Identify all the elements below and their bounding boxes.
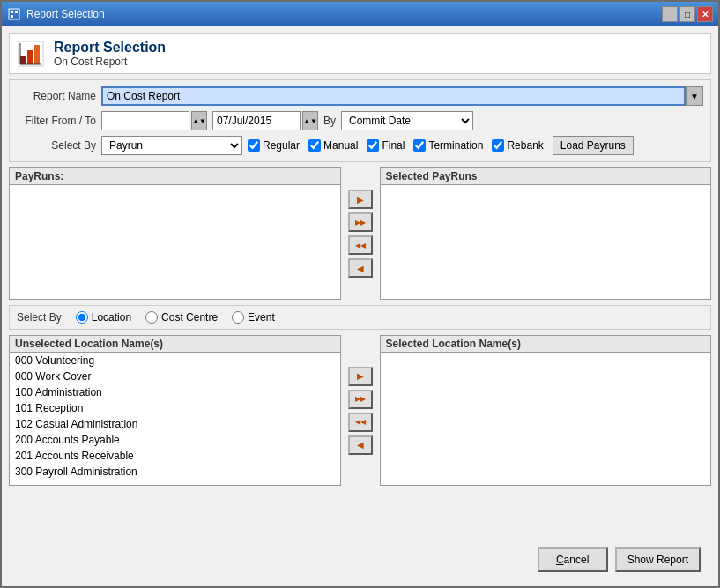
- list-item[interactable]: 000 Volunteering: [10, 353, 340, 368]
- termination-checkbox[interactable]: [413, 139, 426, 152]
- by-label: By: [323, 115, 336, 127]
- rebank-checkbox-item[interactable]: Rebank: [492, 139, 543, 152]
- location-list-panel: Unselected Location Name(s) 000 Voluntee…: [9, 335, 341, 486]
- date-to-input[interactable]: [212, 111, 301, 130]
- cancel-button[interactable]: Cancel: [538, 547, 608, 572]
- select-by-label: Select By: [17, 139, 96, 152]
- report-name-display: On Cost Report: [101, 86, 686, 106]
- svg-rect-1: [11, 11, 13, 13]
- payruns-panel: PayRuns:: [9, 167, 341, 300]
- location-transfer-left-all-button[interactable]: ◀◀: [348, 413, 373, 432]
- location-transfer-buttons: ▶ ▶▶ ◀◀ ◀: [345, 335, 376, 486]
- title-bar-controls: _ □ ✕: [662, 6, 713, 22]
- location-radio-label: Location: [92, 311, 131, 324]
- content-area: Report Selection On Cost Report Report N…: [2, 26, 718, 586]
- selected-payruns-panel: Selected PayRuns: [380, 167, 712, 300]
- form-section: Report Name On Cost Report ▼ Filter From…: [9, 79, 711, 162]
- select-by-combo[interactable]: Payrun: [101, 136, 242, 155]
- manual-checkbox[interactable]: [308, 139, 321, 152]
- event-radio[interactable]: [232, 311, 244, 324]
- final-checkbox-item[interactable]: Final: [367, 139, 405, 152]
- report-name-wrapper: On Cost Report ▼: [101, 86, 703, 106]
- report-name-dropdown-arrow[interactable]: ▼: [686, 86, 703, 106]
- load-payruns-button[interactable]: Load Payruns: [553, 136, 634, 155]
- minimize-button[interactable]: _: [662, 6, 678, 22]
- filter-label: Filter From / To: [17, 115, 96, 127]
- report-name-label: Report Name: [17, 90, 96, 102]
- selected-payruns-panel-content: [381, 185, 711, 299]
- svg-rect-2: [15, 11, 18, 13]
- location-radio-item[interactable]: Location: [76, 311, 131, 324]
- svg-rect-5: [20, 56, 26, 64]
- payruns-panels-row: PayRuns: ▶ ▶▶ ◀◀ ◀ Selected PayRuns: [9, 167, 711, 300]
- cost-centre-radio-item[interactable]: Cost Centre: [145, 311, 218, 324]
- manual-label: Manual: [323, 139, 358, 152]
- header-titles: Report Selection On Cost Report: [54, 40, 166, 68]
- location-list-wrapper: 000 Volunteering 000 Work Cover 100 Admi…: [10, 353, 340, 485]
- header-subtitle: On Cost Report: [54, 56, 166, 68]
- transfer-right-all-button[interactable]: ▶▶: [348, 212, 373, 232]
- list-item[interactable]: 300 Payroll Administration: [10, 464, 340, 480]
- select-by-section-label: Select By: [17, 311, 62, 324]
- event-radio-item[interactable]: Event: [232, 311, 275, 324]
- svg-rect-3: [11, 15, 13, 18]
- show-report-button[interactable]: Show Report: [615, 547, 701, 572]
- list-item[interactable]: 201 Accounts Receivable: [10, 448, 340, 464]
- selected-location-list[interactable]: [381, 353, 711, 485]
- date-to-spinner[interactable]: ▲▼: [302, 111, 318, 130]
- termination-checkbox-item[interactable]: Termination: [413, 139, 483, 152]
- regular-label: Regular: [263, 139, 300, 152]
- cancel-label: Cancel: [556, 554, 589, 566]
- payruns-transfer-buttons: ▶ ▶▶ ◀◀ ◀: [345, 167, 376, 300]
- transfer-left-all-button[interactable]: ◀◀: [348, 235, 373, 255]
- final-checkbox[interactable]: [367, 139, 379, 152]
- report-name-value: On Cost Report: [107, 90, 180, 102]
- cost-centre-radio[interactable]: [145, 311, 158, 324]
- cost-centre-radio-label: Cost Centre: [161, 311, 218, 324]
- final-label: Final: [382, 139, 405, 152]
- location-transfer-left-button[interactable]: ◀: [348, 435, 373, 455]
- list-item[interactable]: 100 Administration: [10, 384, 340, 400]
- selected-location-panel: Selected Location Name(s): [380, 335, 712, 486]
- commit-date-select[interactable]: Commit Date: [341, 111, 473, 130]
- close-button[interactable]: ✕: [697, 6, 713, 22]
- list-item[interactable]: 101 Reception: [10, 400, 340, 416]
- transfer-right-button[interactable]: ▶: [348, 190, 373, 209]
- select-by-row: Select By Payrun ▼ Regular Manual: [17, 135, 703, 156]
- manual-checkbox-item[interactable]: Manual: [308, 139, 358, 152]
- location-list[interactable]: 000 Volunteering 000 Work Cover 100 Admi…: [10, 353, 340, 485]
- svg-rect-7: [34, 45, 40, 64]
- selected-location-label: Selected Location Name(s): [386, 338, 521, 350]
- location-panel-header: Unselected Location Name(s): [10, 336, 340, 353]
- location-radio[interactable]: [76, 311, 88, 324]
- rebank-label: Rebank: [507, 139, 543, 152]
- location-transfer-right-button[interactable]: ▶: [348, 367, 373, 386]
- rebank-checkbox[interactable]: [492, 139, 504, 152]
- location-transfer-right-all-button[interactable]: ▶▶: [348, 390, 373, 409]
- maximize-button[interactable]: □: [679, 6, 695, 22]
- regular-checkbox[interactable]: [248, 139, 260, 152]
- report-name-row: Report Name On Cost Report ▼: [17, 86, 703, 107]
- selected-payruns-panel-header: Selected PayRuns: [381, 168, 711, 185]
- regular-checkbox-item[interactable]: Regular: [248, 139, 300, 152]
- main-window: Report Selection _ □ ✕ Report Sel: [0, 0, 720, 588]
- list-item[interactable]: 102 Casual Administration: [10, 416, 340, 432]
- date-from-input[interactable]: [101, 111, 189, 130]
- window-title: Report Selection: [26, 8, 105, 20]
- location-panels-row: Unselected Location Name(s) 000 Voluntee…: [9, 335, 711, 486]
- title-bar: Report Selection _ □ ✕: [2, 2, 718, 26]
- selected-payruns-label: Selected PayRuns: [386, 170, 478, 182]
- radio-group: Location Cost Centre Event: [76, 311, 275, 324]
- date-from-spinner[interactable]: ▲▼: [191, 111, 207, 130]
- event-radio-label: Event: [248, 311, 275, 324]
- header-title: Report Selection: [54, 40, 166, 56]
- list-item[interactable]: 000 Work Cover: [10, 368, 340, 384]
- svg-rect-6: [27, 50, 33, 64]
- spacer: [9, 491, 711, 534]
- header-section: Report Selection On Cost Report: [9, 33, 711, 74]
- select-by-section: Select By Location Cost Centre Event: [9, 305, 711, 330]
- selected-location-panel-header: Selected Location Name(s): [381, 336, 711, 353]
- transfer-left-button[interactable]: ◀: [348, 258, 373, 278]
- svg-rect-0: [9, 9, 19, 19]
- list-item[interactable]: 200 Accounts Payable: [10, 432, 340, 448]
